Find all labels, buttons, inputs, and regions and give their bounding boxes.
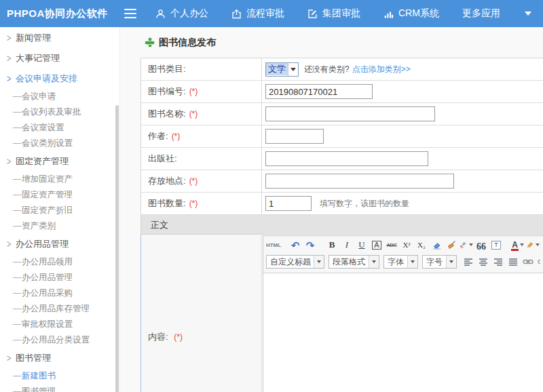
- sidebar-item-new-book[interactable]: —新建图书: [0, 368, 119, 384]
- label-text: 图书名称:: [148, 108, 186, 120]
- edit-square-icon: [307, 9, 318, 19]
- nav-crm-system[interactable]: CRM系统: [383, 7, 439, 20]
- sidebar-item-supplies-claim[interactable]: —办公用品领用: [0, 254, 119, 270]
- sidebar-menu: >新闻管理 >大事记管理 >会议申请及安排 —会议申请 —会议列表及审批 —会议…: [0, 27, 120, 392]
- item-label: 图书管理: [22, 387, 56, 392]
- undo-button[interactable]: ↶: [288, 239, 302, 251]
- sidebar-scrollbar[interactable]: [115, 105, 119, 392]
- caret-down-icon[interactable]: [525, 12, 531, 16]
- item-label: 办公用品管理: [22, 273, 73, 282]
- nav-more-apps[interactable]: 更多应用: [462, 7, 500, 20]
- sidebar-item-meeting-room[interactable]: —会议室设置: [0, 120, 119, 136]
- field-label: 存放地点: (*): [141, 170, 262, 192]
- insert-link-button[interactable]: [521, 256, 535, 268]
- dash-icon: —: [13, 203, 22, 218]
- menu-toggle-button[interactable]: [124, 9, 136, 18]
- bold-button[interactable]: B: [325, 239, 339, 251]
- sidebar-group-events[interactable]: >大事记管理: [0, 48, 119, 68]
- field-label: 作者: (*): [141, 125, 262, 147]
- paste-text-button[interactable]: T: [491, 241, 501, 250]
- quantity-input[interactable]: [265, 196, 312, 211]
- sidebar-item-asset-manage[interactable]: —固定资产管理: [0, 187, 119, 203]
- combo-value: 自定义标题: [267, 256, 314, 268]
- add-category-link[interactable]: 点击添加类别>>: [352, 64, 411, 75]
- align-justify-button[interactable]: [506, 256, 520, 268]
- subscript-button[interactable]: X₂: [415, 239, 428, 251]
- editor-content-area[interactable]: [263, 273, 543, 392]
- sidebar-group-news[interactable]: >新闻管理: [0, 28, 119, 48]
- custom-title-select[interactable]: 自定义标题: [266, 255, 324, 269]
- book-name-input[interactable]: [265, 106, 435, 121]
- format-clear-button[interactable]: [445, 239, 458, 251]
- publisher-input[interactable]: [265, 151, 428, 166]
- required-mark: (*): [174, 332, 183, 342]
- paragraph-format-select[interactable]: 段落格式: [329, 255, 379, 269]
- field-label: 出版社:: [141, 148, 262, 170]
- sidebar-item-book-manage[interactable]: —图书管理: [0, 384, 119, 392]
- dropdown-caret-icon: [469, 243, 473, 246]
- category-note: 还没有类别?: [304, 64, 350, 75]
- align-center-button[interactable]: [476, 256, 490, 268]
- nav-group-approval[interactable]: 集团审批: [307, 7, 360, 20]
- workflow-icon: [231, 9, 242, 19]
- blockquote-button[interactable]: 66: [474, 239, 488, 251]
- sidebar-group-meetings[interactable]: >会议申请及安排: [0, 68, 119, 89]
- highlight-color-button[interactable]: [526, 239, 540, 251]
- required-mark: (*): [189, 87, 198, 96]
- form-row-publisher: 出版社:: [141, 148, 543, 170]
- sidebar-item-supplies-classify[interactable]: —办公用品分类设置: [0, 332, 119, 348]
- sidebar-item-meeting-category[interactable]: —会议类别设置: [0, 136, 119, 151]
- form-row-book-no: 图书编号: (*): [141, 81, 543, 103]
- field-cell: [262, 148, 543, 170]
- item-label: 办公用品分类设置: [22, 335, 90, 345]
- unlink-button[interactable]: [536, 256, 540, 268]
- sidebar-item-add-asset[interactable]: —增加固定资产: [0, 172, 119, 187]
- book-number-input[interactable]: [265, 84, 373, 99]
- category-select[interactable]: 文学: [265, 62, 299, 77]
- font-size-select[interactable]: 字号: [422, 255, 457, 269]
- author-input[interactable]: [265, 129, 324, 144]
- field-label: 图书名称: (*): [141, 103, 262, 125]
- label-text: 图书数量:: [148, 197, 186, 210]
- sidebar-group-books[interactable]: >图书管理: [0, 348, 119, 368]
- char-border-button[interactable]: A: [372, 241, 381, 250]
- nav-workflow-approval[interactable]: 流程审批: [231, 7, 284, 20]
- redo-button[interactable]: ↷: [303, 239, 317, 251]
- sidebar-group-fixed-assets[interactable]: >固定资产管理: [0, 151, 119, 172]
- sidebar-item-asset-category[interactable]: —资产类别: [0, 218, 119, 234]
- label-text: 作者:: [148, 130, 168, 142]
- sidebar-item-meeting-list[interactable]: —会议列表及审批: [0, 104, 119, 120]
- html-source-button[interactable]: HTML: [267, 239, 280, 251]
- sidebar-group-office-supplies[interactable]: >办公用品管理: [0, 234, 119, 254]
- paintbrush-icon: [460, 240, 467, 250]
- underline-button[interactable]: U: [355, 239, 369, 251]
- label-text: 内容:: [148, 332, 168, 342]
- location-input[interactable]: [265, 174, 454, 189]
- format-painter-button[interactable]: [460, 239, 473, 251]
- align-left-button[interactable]: [462, 256, 475, 268]
- nav-label: 流程审批: [246, 7, 284, 20]
- sidebar-item-meeting-apply[interactable]: —会议申请: [0, 89, 119, 104]
- form-row-book-name: 图书名称: (*): [141, 103, 543, 125]
- superscript-button[interactable]: X²: [400, 239, 413, 251]
- dash-icon: —: [13, 384, 22, 392]
- remove-format-button[interactable]: [430, 239, 443, 251]
- nav-personal-office[interactable]: 个人办公: [155, 7, 208, 20]
- dash-icon: —: [13, 286, 22, 301]
- sidebar-item-supplies-manage[interactable]: —办公用品管理: [0, 270, 119, 286]
- strikethrough-button[interactable]: ABC: [385, 239, 398, 251]
- select-arrow-icon[interactable]: [288, 63, 298, 76]
- form-row-quantity: 图书数量: (*) 填写数字，该图书的数量: [141, 193, 543, 215]
- highlighter-icon: [526, 241, 533, 250]
- sidebar-item-supplies-purchase[interactable]: —办公用品采购: [0, 286, 119, 301]
- font-color-button[interactable]: A: [511, 239, 525, 251]
- sidebar-item-supplies-inventory[interactable]: —办公用品库存管理: [0, 301, 119, 317]
- font-family-select[interactable]: 字体: [383, 255, 418, 269]
- italic-button[interactable]: I: [340, 239, 354, 251]
- dash-icon: —: [13, 301, 22, 317]
- top-navigation-bar: PHPOA协同办公软件 个人办公 流程审批: [0, 0, 543, 27]
- dropdown-caret-icon: [520, 243, 524, 246]
- align-right-button[interactable]: [491, 256, 505, 268]
- sidebar-item-approval-permission[interactable]: —审批权限设置: [0, 317, 119, 332]
- sidebar-item-asset-depreciation[interactable]: —固定资产折旧: [0, 203, 119, 218]
